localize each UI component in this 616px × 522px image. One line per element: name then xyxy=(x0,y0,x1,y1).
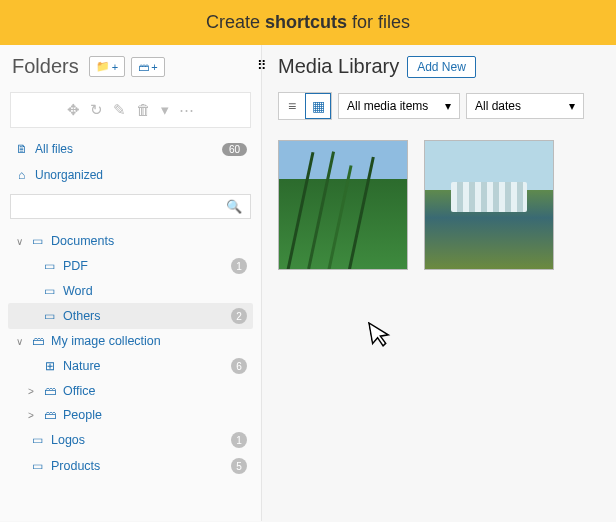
tree-item-label: Word xyxy=(63,284,93,298)
folder-icon: ▭ xyxy=(30,234,45,248)
banner-post: for files xyxy=(347,12,410,32)
folder-icon: ▭ xyxy=(42,284,57,298)
tree-item[interactable]: ∨▭Documents xyxy=(8,229,253,253)
plus-icon: + xyxy=(112,61,118,73)
refresh-icon[interactable]: ↻ xyxy=(90,101,103,119)
home-icon: ⌂ xyxy=(14,168,29,182)
select-label: All dates xyxy=(475,99,521,113)
tree-item-label: Logos xyxy=(51,433,85,447)
banner-bold: shortcuts xyxy=(265,12,347,32)
plus-icon: + xyxy=(151,61,157,73)
pin-all-files[interactable]: 🗎 All files 60 xyxy=(0,136,261,162)
tree-item[interactable]: >🗃Office xyxy=(8,379,253,403)
thumbnail-grid xyxy=(278,140,600,270)
count-badge: 6 xyxy=(231,358,247,374)
new-collection-button[interactable]: 🗃+ xyxy=(131,57,164,77)
more-icon[interactable]: ⋯ xyxy=(179,101,194,119)
expander-icon[interactable]: ∨ xyxy=(14,236,24,247)
move-icon[interactable]: ✥ xyxy=(67,101,80,119)
new-folder-button[interactable]: 📁+ xyxy=(89,56,125,77)
search-icon: 🔍 xyxy=(226,199,242,214)
list-icon: ≡ xyxy=(288,98,296,114)
tree-item-label: Products xyxy=(51,459,100,473)
folder-tree: ∨▭Documents▭PDF1▭Word▭Others2∨🗃My image … xyxy=(0,227,261,521)
tree-item-label: Nature xyxy=(63,359,101,373)
main-header: Media Library Add New xyxy=(278,55,600,78)
pin-unorganized[interactable]: ⌂ Unorganized xyxy=(0,162,261,188)
grid-icon: ▦ xyxy=(312,98,325,114)
banner-pre: Create xyxy=(206,12,265,32)
count-badge: 5 xyxy=(231,458,247,474)
splitter-handle[interactable]: ⠿ xyxy=(253,51,271,79)
thumbnail-waterfall[interactable] xyxy=(424,140,554,270)
tree-item-label: Documents xyxy=(51,234,114,248)
tree-item[interactable]: ∨🗃My image collection xyxy=(8,329,253,353)
grid-view-button[interactable]: ▦ xyxy=(305,93,331,119)
media-library-title: Media Library xyxy=(278,55,399,78)
tree-item-label: People xyxy=(63,408,102,422)
media-type-select[interactable]: All media items ▾ xyxy=(338,93,460,119)
grid-icon: ⊞ xyxy=(42,359,57,373)
chevron-down-icon[interactable]: ▾ xyxy=(161,101,169,119)
banner: Create shortcuts for files xyxy=(0,0,616,45)
edit-icon[interactable]: ✎ xyxy=(113,101,126,119)
folder-icon: ▭ xyxy=(30,433,45,447)
grip-icon: ⠿ xyxy=(257,58,267,73)
folder-search-input[interactable] xyxy=(19,200,226,214)
collection-icon: 🗃 xyxy=(138,61,149,73)
count-badge: 1 xyxy=(231,432,247,448)
chevron-down-icon: ▾ xyxy=(445,99,451,113)
tree-item[interactable]: ▭Others2 xyxy=(8,303,253,329)
folder-toolbar: ✥ ↻ ✎ 🗑 ▾ ⋯ xyxy=(10,92,251,128)
folder-icon: ▭ xyxy=(30,459,45,473)
add-new-button[interactable]: Add New xyxy=(407,56,476,78)
count-badge: 60 xyxy=(222,143,247,156)
list-view-button[interactable]: ≡ xyxy=(279,93,305,119)
view-toggle: ≡ ▦ xyxy=(278,92,332,120)
tree-item-label: Office xyxy=(63,384,95,398)
sidebar-header: Folders 📁+ 🗃+ xyxy=(0,45,261,86)
select-label: All media items xyxy=(347,99,428,113)
trash-icon[interactable]: 🗑 xyxy=(136,101,151,119)
folder-icon: 📁 xyxy=(96,60,110,73)
filter-bar: ≡ ▦ All media items ▾ All dates ▾ xyxy=(278,92,600,120)
collection-icon: 🗃 xyxy=(30,334,45,348)
collection-icon: 🗃 xyxy=(42,408,57,422)
chevron-down-icon: ▾ xyxy=(569,99,575,113)
sidebar-title: Folders xyxy=(12,55,79,78)
folder-icon: ▭ xyxy=(42,259,57,273)
expander-icon[interactable]: > xyxy=(26,386,36,397)
layout: ⠿ Folders 📁+ 🗃+ ✥ ↻ ✎ 🗑 ▾ ⋯ 🗎 All files … xyxy=(0,45,616,521)
collection-icon: 🗃 xyxy=(42,384,57,398)
expander-icon[interactable]: ∨ xyxy=(14,336,24,347)
tree-item[interactable]: ▭Logos1 xyxy=(8,427,253,453)
tree-item[interactable]: ▭PDF1 xyxy=(8,253,253,279)
tree-item[interactable]: ▭Products5 xyxy=(8,453,253,479)
dates-select[interactable]: All dates ▾ xyxy=(466,93,584,119)
expander-icon[interactable]: > xyxy=(26,410,36,421)
count-badge: 2 xyxy=(231,308,247,324)
folders-sidebar: ⠿ Folders 📁+ 🗃+ ✥ ↻ ✎ 🗑 ▾ ⋯ 🗎 All files … xyxy=(0,45,262,521)
folder-search[interactable]: 🔍 xyxy=(10,194,251,219)
pin-label: All files xyxy=(35,142,73,156)
count-badge: 1 xyxy=(231,258,247,274)
tree-item[interactable]: >🗃People xyxy=(8,403,253,427)
file-icon: 🗎 xyxy=(14,142,29,156)
tree-item[interactable]: ⊞Nature6 xyxy=(8,353,253,379)
pin-label: Unorganized xyxy=(35,168,103,182)
main-panel: Media Library Add New ≡ ▦ All media item… xyxy=(262,45,616,521)
tree-item-label: My image collection xyxy=(51,334,161,348)
thumbnail-grass[interactable] xyxy=(278,140,408,270)
tree-item-label: PDF xyxy=(63,259,88,273)
tree-item[interactable]: ▭Word xyxy=(8,279,253,303)
folder-icon: ▭ xyxy=(42,309,57,323)
tree-item-label: Others xyxy=(63,309,101,323)
